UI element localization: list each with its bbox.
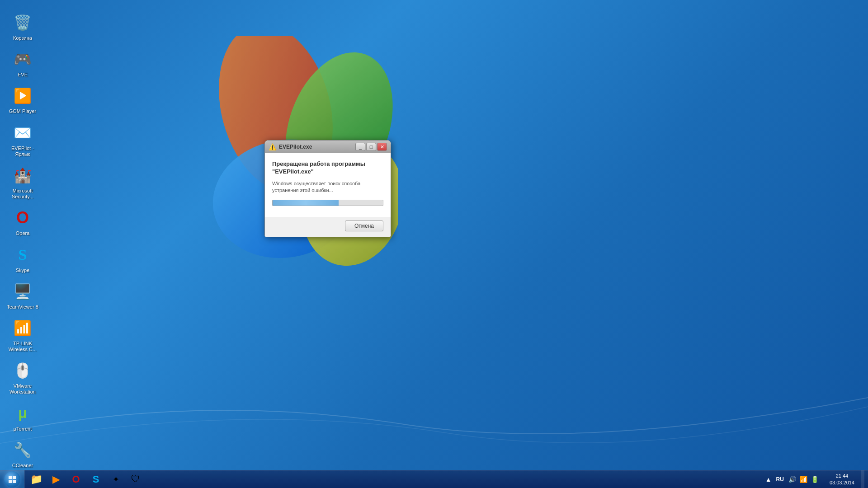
- desktop-icons: 🗑️ Корзина 🎮 EVE ▶️ GOM Player ✉️ EVEPil…: [0, 5, 45, 478]
- icon-eve[interactable]: 🎮 EVE: [5, 46, 41, 80]
- icon-skype-label: Skype: [16, 267, 30, 273]
- clock[interactable]: 21:44 03.03.2014: [826, 473, 858, 486]
- dialog-title-text: EVEPilot.exe: [279, 144, 355, 150]
- taskbar-explorer[interactable]: 📁: [27, 471, 45, 488]
- dialog-minimize-button[interactable]: _: [355, 143, 365, 151]
- icon-evepilot[interactable]: ✉️ EVEPilot - Ярлык: [5, 119, 41, 160]
- icon-msecurity[interactable]: 🏰 Microsoft Security...: [5, 162, 41, 202]
- icon-teamviewer[interactable]: 🖥️ TeamViewer 8: [5, 278, 41, 313]
- icon-skype[interactable]: S Skype: [5, 241, 41, 276]
- dialog-close-button[interactable]: ✕: [377, 143, 387, 151]
- icon-tplink[interactable]: 📶 TP-LINK Wireless C...: [5, 314, 41, 355]
- system-tray: ▲ RU 🔊 📶 🔋: [761, 470, 823, 488]
- tray-volume[interactable]: 🔊: [788, 475, 797, 484]
- icon-eve-label: EVE: [18, 72, 28, 78]
- icon-ccleaner[interactable]: 🔧 CCleaner: [5, 436, 41, 471]
- icon-opera-label: Opera: [16, 230, 30, 236]
- dialog-heading: Прекращена работа программы "EVEPilot.ex…: [272, 160, 383, 176]
- icon-msecurity-label: Microsoft Security...: [6, 188, 39, 200]
- taskbar-pin5[interactable]: ✦: [107, 471, 125, 488]
- desktop: 🗑️ Корзина 🎮 EVE ▶️ GOM Player ✉️ EVEPil…: [0, 0, 868, 488]
- icon-utorrent-label: μTorrent: [14, 426, 32, 432]
- tray-power[interactable]: 🔋: [810, 475, 820, 484]
- icon-trash-label: Корзина: [13, 35, 32, 41]
- clock-time: 21:44: [836, 473, 849, 479]
- dialog-title-icon: ⚠️: [269, 143, 276, 150]
- error-dialog: ⚠️ EVEPilot.exe _ □ ✕ Прекращена работа …: [264, 140, 391, 237]
- taskbar-pinned-apps: 📁 ▶ O S ✦ 🛡: [24, 470, 147, 488]
- dialog-titlebar: ⚠️ EVEPilot.exe _ □ ✕: [265, 141, 391, 153]
- dialog-footer: Отмена: [265, 217, 391, 237]
- taskbar-opera[interactable]: O: [67, 471, 85, 488]
- icon-teamviewer-label: TeamViewer 8: [7, 304, 38, 310]
- start-orb: [4, 471, 20, 488]
- icon-vmware-label: VMware Workstation: [6, 383, 39, 395]
- taskbar-wmp[interactable]: ▶: [47, 471, 65, 488]
- taskbar-skype[interactable]: S: [87, 471, 105, 488]
- icon-trash[interactable]: 🗑️ Корзина: [5, 9, 41, 44]
- dialog-maximize-button[interactable]: □: [366, 143, 376, 151]
- icon-evepilot-label: EVEPilot - Ярлык: [6, 145, 39, 157]
- clock-date: 03.03.2014: [830, 479, 854, 486]
- icon-utorrent[interactable]: μ μTorrent: [5, 400, 41, 435]
- show-desktop-button[interactable]: [861, 470, 864, 488]
- desktop-curve: [0, 361, 868, 452]
- dialog-cancel-button[interactable]: Отмена: [345, 221, 383, 231]
- icon-opera[interactable]: O Opera: [5, 204, 41, 239]
- taskbar-right: ▲ RU 🔊 📶 🔋 21:44 03.03.2014: [761, 470, 868, 488]
- dialog-controls: _ □ ✕: [355, 143, 387, 151]
- taskbar-pin6[interactable]: 🛡: [127, 471, 145, 488]
- dialog-progress-fill: [273, 200, 339, 206]
- locale-indicator[interactable]: RU: [774, 475, 786, 483]
- tray-show-hidden[interactable]: ▲: [764, 475, 773, 484]
- icon-gom[interactable]: ▶️ GOM Player: [5, 82, 41, 117]
- icon-tplink-label: TP-LINK Wireless C...: [6, 341, 39, 352]
- icon-gom-label: GOM Player: [9, 108, 37, 114]
- taskbar: 📁 ▶ O S ✦ 🛡 ▲ RU 🔊 📶 🔋 21:44 03.03.2014: [0, 470, 868, 488]
- start-button[interactable]: [0, 470, 24, 488]
- dialog-body: Прекращена работа программы "EVEPilot.ex…: [265, 153, 391, 217]
- icon-ccleaner-label: CCleaner: [12, 463, 33, 469]
- icon-vmware[interactable]: 🖱️ VMware Workstation: [5, 357, 41, 398]
- tray-network[interactable]: 📶: [799, 475, 808, 484]
- dialog-message: Windows осуществляет поиск способа устра…: [272, 180, 383, 194]
- dialog-progress-bar: [272, 200, 383, 206]
